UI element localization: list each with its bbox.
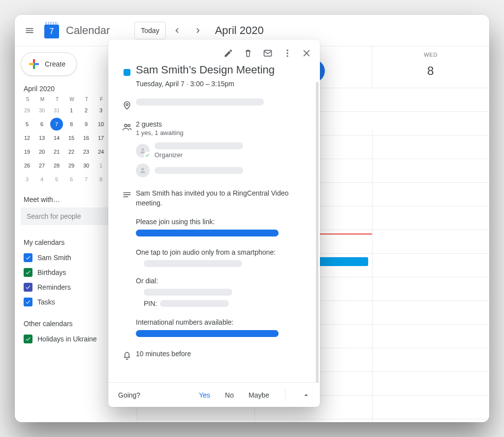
mini-day[interactable]: 20 [35,145,48,158]
rsvp-no-button[interactable]: No [222,391,237,400]
mini-day[interactable]: 5 [21,118,33,131]
mini-weekday: T [50,97,64,102]
mini-day[interactable]: 23 [80,145,93,158]
trash-icon [243,48,253,58]
mini-day[interactable]: 16 [80,132,93,144]
guest-name-placeholder [155,167,243,174]
pin-placeholder [160,300,229,307]
next-period-button[interactable] [188,20,209,41]
mini-day[interactable]: 29 [65,159,78,172]
mini-day[interactable]: 1 [65,104,78,117]
close-popup-button[interactable] [297,43,317,63]
event-details-popup: Sam Smith’s Design Meeting Tuesday, Apri… [108,39,320,407]
day-number: 8 [419,60,442,82]
mini-day[interactable]: 8 [65,118,78,131]
mini-day[interactable]: 9 [80,118,93,131]
email-guests-button[interactable] [258,43,278,63]
day-header[interactable]: WED8 [372,46,489,88]
mini-day[interactable]: 13 [35,132,48,144]
mini-day[interactable]: 10 [94,118,107,131]
svg-point-2 [286,52,288,54]
svg-point-4 [126,103,128,105]
mini-day[interactable]: 14 [50,132,63,144]
guest-status: 1 yes, 1 awaiting [136,129,299,136]
rsvp-yes-button[interactable]: Yes [196,391,213,400]
calendar-label: Reminders [37,283,71,291]
mini-weekday: M [35,97,49,102]
description-icon [122,190,132,200]
hamburger-icon [25,26,34,35]
mini-day[interactable]: 2 [80,104,93,117]
options-button[interactable] [278,43,297,63]
mini-day[interactable]: 4 [35,173,48,186]
popup-toolbar [108,39,320,63]
pin-label: PIN: [144,299,157,308]
calendar-label: Tasks [37,298,55,306]
mini-day[interactable]: 19 [21,145,33,158]
calendar-label: Sam Smith [37,254,71,262]
main-menu-button[interactable] [19,20,40,41]
one-tap-label: One tap to join audio only from a smartp… [136,247,299,257]
svg-point-3 [286,55,288,57]
create-button[interactable]: Create [21,52,77,76]
mini-day[interactable]: 7 [80,173,93,186]
mini-day[interactable]: 6 [65,173,78,186]
mini-day[interactable]: 27 [35,159,48,172]
today-button[interactable]: Today [134,22,165,39]
guest-count: 2 guests [136,120,299,128]
rsvp-expand-button[interactable] [298,387,314,403]
checkbox-icon [24,253,32,262]
mini-day[interactable]: 5 [50,173,63,186]
app-title: Calendar [66,24,110,37]
delete-event-button[interactable] [238,43,258,63]
dial-number-placeholder [144,289,232,296]
mini-day[interactable]: 7 [50,118,63,131]
dots-vertical-icon [283,48,292,58]
mini-day[interactable]: 12 [21,132,33,144]
mini-day[interactable]: 26 [21,159,33,172]
prev-period-button[interactable] [166,20,188,41]
meeting-link[interactable] [136,230,279,236]
checkbox-icon [24,283,32,292]
mini-weekday: W [65,97,79,102]
edit-event-button[interactable] [219,43,238,63]
svg-point-8 [141,168,144,170]
people-icon [122,122,132,132]
reminder-label: 10 minutes before [136,349,299,361]
mini-day[interactable]: 15 [65,132,78,144]
chevron-left-icon [172,26,182,35]
app-window: 7 Calendar Today April 2020 Create April… [15,15,489,422]
mini-day[interactable]: 30 [35,104,48,117]
checkbox-icon [24,298,32,306]
mini-day[interactable]: 17 [94,132,107,144]
mini-day[interactable]: 28 [50,159,63,172]
popup-scrollbar[interactable] [316,82,318,382]
close-icon [302,48,312,58]
mini-day[interactable]: 3 [94,104,107,117]
chevron-up-icon [302,391,311,400]
mini-day[interactable]: 24 [94,145,107,158]
or-dial-label: Or dial: [136,276,299,286]
join-link-label: Please join using this link: [136,217,299,227]
envelope-icon [263,48,273,58]
svg-point-1 [286,50,288,51]
pencil-icon [223,48,233,58]
event-datetime: Tuesday, April 7 · 3:00 – 3:15pm [136,80,299,88]
mini-day[interactable]: 31 [50,104,63,117]
svg-point-6 [128,125,130,127]
mini-day[interactable]: 8 [94,173,107,186]
mini-day[interactable]: 21 [50,145,63,158]
location-placeholder [136,99,264,105]
rsvp-maybe-button[interactable]: Maybe [246,391,272,400]
rsvp-bar: Going? Yes No Maybe [108,382,320,407]
mini-day[interactable]: 6 [35,118,48,131]
mini-day[interactable]: 29 [21,104,33,117]
mini-day[interactable]: 30 [80,159,93,172]
intl-link[interactable] [136,330,279,337]
description-intro: Sam Smith has invited you to a RingCentr… [136,188,299,208]
mini-day[interactable]: 3 [21,173,33,186]
mini-day[interactable]: 22 [65,145,78,158]
check-icon [144,152,151,159]
mini-day[interactable]: 1 [94,159,107,172]
event-title: Sam Smith’s Design Meeting [136,63,299,77]
